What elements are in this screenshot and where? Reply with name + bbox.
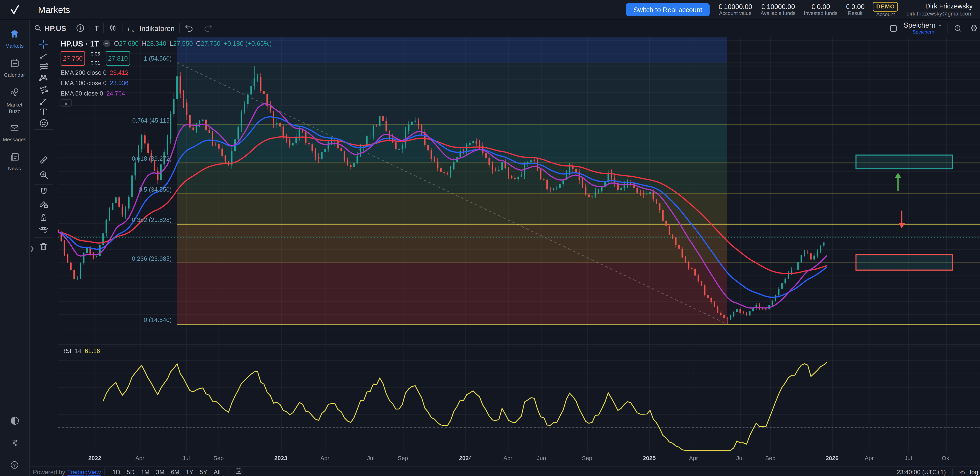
chart-area: HP.US T ƒx Indikatoren (29, 19, 980, 476)
spread-high: 0.06 (91, 52, 100, 56)
sidebar-item-messages[interactable]: Messages (0, 123, 29, 142)
magnet-icon (38, 186, 49, 199)
layout-select-button[interactable] (887, 19, 900, 37)
calendar-icon (10, 58, 20, 71)
timeframe-button-all[interactable]: All (210, 468, 224, 475)
goto-date-button[interactable] (232, 467, 245, 476)
bottom-bar-separator (952, 468, 953, 475)
sidebar-item-label: Market Buzz (2, 102, 27, 114)
chart-type-button[interactable] (104, 19, 122, 37)
bottom-bar-separator (105, 468, 105, 475)
save-label: Speichern (904, 22, 935, 29)
draw-lock-tool[interactable] (29, 199, 58, 212)
ohlc-item: L27.550 (170, 40, 193, 47)
svg-text:?: ? (13, 463, 16, 468)
powered-by-label: Powered by (33, 468, 65, 475)
chevron-down-icon (937, 22, 943, 28)
indicator-legend-row[interactable]: EMA 50 close 0 24.764 (60, 89, 272, 97)
help-icon[interactable]: ? (10, 460, 19, 472)
hide-drawings-tool[interactable] (29, 224, 58, 237)
indicators-label: Indikatoren (140, 24, 175, 32)
sidebar-item-markets[interactable]: Markets (0, 29, 29, 49)
indicator-legend-rows: EMA 200 close 0 23.412EMA 100 close 0 23… (60, 69, 272, 97)
zoom-in-tool[interactable] (29, 170, 58, 183)
horizontal-lines-tool[interactable] (29, 61, 58, 74)
object-tree-expand-handle[interactable]: ❯ (30, 245, 35, 252)
timeframe-button-1y[interactable]: 1Y (183, 468, 197, 475)
timeframe-buttons: 1D5D1M3M6M1Y5YAll (109, 468, 224, 475)
percent-scale-button[interactable]: % (957, 468, 967, 475)
timeframe-button-1d[interactable]: 1D (109, 468, 124, 475)
indicators-button[interactable]: ƒx Indikatoren (123, 19, 179, 37)
candles-icon (108, 23, 118, 33)
spread-values: 0.06 0.01 (86, 51, 105, 66)
clock-display[interactable]: 23:40:00 (UTC+1) (894, 468, 948, 475)
gear-icon: ⚙ (970, 23, 978, 33)
plus-circle-icon (75, 23, 85, 33)
buy-button[interactable]: 27.810 (106, 51, 130, 66)
parallel-channel-tool[interactable] (29, 85, 58, 97)
switch-to-real-account-button[interactable]: Switch to Real account (626, 3, 710, 16)
ruler-tool[interactable] (29, 155, 58, 168)
parallel-channel-icon (38, 85, 49, 97)
tool-separator (34, 129, 53, 130)
account-stats: € 10000.00 Account value€ 10000.00 Avail… (718, 3, 865, 16)
contrast-icon[interactable] (10, 415, 20, 428)
legend-symbol-interval: HP.US · 1T (60, 39, 99, 48)
goto-date-icon (235, 467, 242, 475)
spread-low: 0.01 (91, 60, 100, 65)
brand-logo[interactable] (0, 0, 29, 19)
chart-legend: HP.US · 1T − O27.690H28.340L27.550C27.75… (60, 39, 272, 106)
tool-separator (34, 237, 53, 238)
quick-search-button[interactable] (951, 19, 964, 37)
symbol-search[interactable]: HP.US (29, 19, 71, 37)
legend-hide-button[interactable]: − (103, 40, 110, 47)
chart-plot: HP.US · 1T − O27.690H28.340L27.550C27.75… (58, 37, 980, 466)
sliders-icon[interactable] (10, 438, 20, 450)
news-icon (10, 152, 20, 165)
legend-collapse-button[interactable]: ▲ (60, 99, 72, 106)
indicator-value: 24.764 (107, 89, 125, 97)
timeframe-button-3m[interactable]: 3M (153, 468, 167, 475)
log-scale-button[interactable]: log (967, 468, 980, 475)
undo-button[interactable] (180, 19, 198, 37)
user-info[interactable]: Dirk Friczewsky dirk.friczewsky@gmail.co… (907, 2, 972, 17)
indicator-name: EMA 200 close 0 (60, 69, 107, 76)
timeframe-button-5d[interactable]: 5D (124, 468, 138, 475)
timeframe-button-6m[interactable]: 6M (168, 468, 183, 475)
trash-icon (38, 241, 48, 254)
stat-label: Account value (719, 11, 751, 16)
svg-text:x: x (132, 28, 134, 32)
compare-add-symbol-button[interactable] (71, 19, 89, 37)
sidebar-item-market-buzz[interactable]: Market Buzz (0, 87, 29, 114)
timeframe-button-5y[interactable]: 5Y (197, 468, 210, 475)
sidebar-item-calendar[interactable]: Calendar (0, 58, 29, 78)
magnet-tool[interactable] (29, 186, 58, 199)
zoom-in-icon (38, 170, 49, 183)
stat-label: Result (848, 11, 862, 16)
indicator-legend-row[interactable]: EMA 100 close 0 23.036 (60, 80, 272, 86)
timeframe-button-1m[interactable]: 1M (138, 468, 153, 475)
sidebar-item-news[interactable]: News (0, 152, 29, 172)
indicator-legend-row[interactable]: EMA 200 close 0 23.412 (60, 69, 272, 76)
ohlc-item: O27.690 (114, 40, 138, 47)
search-icon (33, 24, 42, 32)
sell-button[interactable]: 27.750 (60, 51, 85, 66)
draw-lock-icon (38, 199, 49, 212)
chart-settings-button[interactable]: ⚙ (969, 19, 980, 37)
toolbar-separator (947, 23, 948, 33)
tradingview-link[interactable]: TradingView (67, 468, 101, 475)
stat-value: € 0.00 (811, 3, 830, 11)
redo-button[interactable] (198, 19, 217, 37)
app-window: Markets Switch to Real account € 10000.0… (0, 0, 980, 476)
save-layout-button[interactable]: Speichern Speichern (904, 22, 943, 34)
interval-button[interactable]: T (90, 19, 103, 37)
xabcd-pattern-tool[interactable] (29, 73, 58, 86)
account-stat: € 0.00 Invested funds (804, 3, 837, 16)
lock-all-tool[interactable] (29, 212, 58, 225)
save-hint: Speichern (913, 29, 934, 34)
user-email: dirk.friczewsky@gmail.com (907, 10, 972, 17)
account-stat: € 10000.00 Available funds (760, 3, 795, 16)
trade-buttons: 27.750 0.06 0.01 27.810 (60, 51, 272, 66)
text-tool-tool[interactable] (29, 107, 58, 119)
